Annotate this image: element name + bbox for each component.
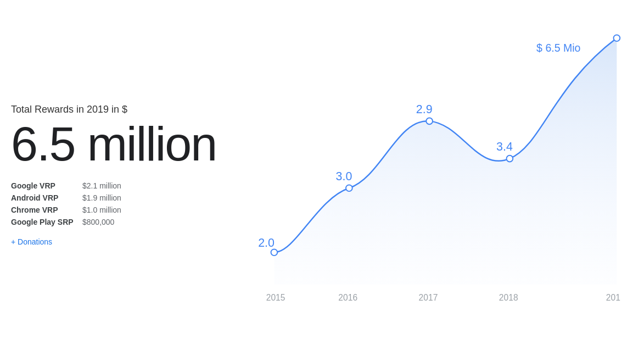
subtitle: Total Rewards in 2019 in $	[11, 104, 242, 115]
chart-svg: 2.0 3.0 2.9 3.4 $ 6.5 Mio 2015 2016 2017…	[242, 22, 644, 322]
x-label-2016: 2016	[338, 293, 357, 302]
stat-label: Google VRP	[11, 181, 82, 190]
stat-value: $1.9 million	[82, 193, 242, 202]
point-2015	[271, 249, 278, 256]
point-2019	[614, 35, 620, 41]
stat-value: $800,000	[82, 218, 242, 226]
chart-container: 2.0 3.0 2.9 3.4 $ 6.5 Mio 2015 2016 2017…	[242, 22, 644, 322]
point-2017	[426, 118, 433, 125]
x-label-2018: 2018	[499, 293, 518, 302]
big-number: 6.5 million	[11, 120, 242, 168]
annotation-label: $ 6.5 Mio	[536, 42, 580, 54]
point-2018	[507, 156, 513, 162]
stat-label: Android VRP	[11, 193, 82, 202]
donations-link[interactable]: + Donations	[11, 237, 242, 246]
stat-value: $2.1 million	[82, 181, 242, 190]
stat-label: Chrome VRP	[11, 206, 82, 214]
label-2018: 3.4	[496, 140, 513, 153]
x-label-2017: 2017	[419, 293, 438, 302]
label-2016: 3.0	[336, 170, 352, 183]
point-2016	[346, 185, 352, 191]
x-label-2019: 201	[606, 293, 620, 302]
stat-label: Google Play SRP	[11, 218, 82, 226]
x-label-2015: 2015	[266, 293, 285, 302]
stats-table: Google VRP$2.1 millionAndroid VRP$1.9 mi…	[11, 181, 242, 226]
chart-area	[274, 38, 617, 285]
left-panel: Total Rewards in 2019 in $ 6.5 million G…	[11, 22, 242, 322]
stat-value: $1.0 million	[82, 206, 242, 214]
right-panel: 2.0 3.0 2.9 3.4 $ 6.5 Mio 2015 2016 2017…	[242, 22, 644, 322]
label-2015: 2.0	[258, 236, 275, 249]
label-2017: 2.9	[416, 103, 433, 116]
